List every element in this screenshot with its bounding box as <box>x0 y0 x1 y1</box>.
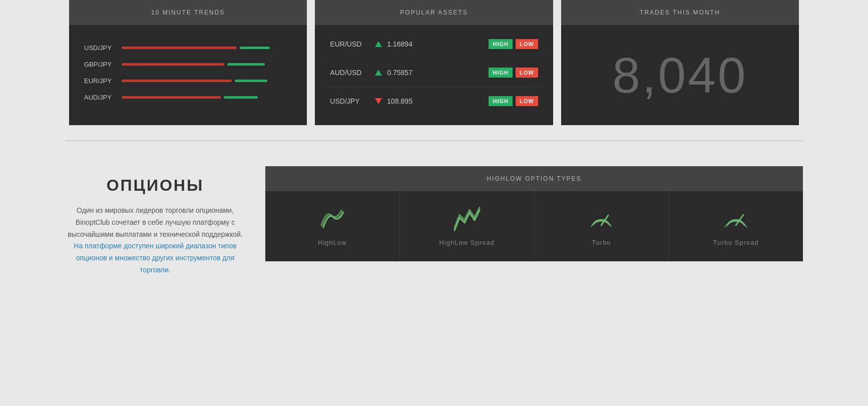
trend-bar-green <box>227 63 265 66</box>
options-title: ОПЦИОНЫ <box>65 176 245 195</box>
badge-high[interactable]: HIGH <box>489 68 513 78</box>
assets-title: POPULAR ASSETS <box>315 0 553 25</box>
trends-body: USD/JPY GBP/JPY EUR/JPY <box>69 25 307 125</box>
option-type-highlow[interactable]: HighLow <box>265 191 400 261</box>
trend-label: GBP/JPY <box>84 61 122 68</box>
options-description: Один из мировых лидеров торговли опциона… <box>65 205 245 276</box>
badge-high[interactable]: HIGH <box>489 39 513 49</box>
trades-panel: TRADES THIS MONTH 8,040 <box>561 0 799 125</box>
trades-title: TRADES THIS MONTH <box>561 0 799 25</box>
asset-name: EUR/USD <box>330 40 375 48</box>
asset-row-audusd: AUD/USD 0.75857 HIGH LOW <box>325 59 543 87</box>
asset-row-eurusd: EUR/USD 1.16894 HIGH LOW <box>325 30 543 59</box>
trend-bar-red <box>122 63 224 66</box>
trend-bars <box>122 47 292 49</box>
option-label-turbo: Turbo <box>592 239 611 246</box>
arrow-up-icon <box>375 41 382 47</box>
arrow-up-icon <box>375 70 382 76</box>
option-type-highlow-spread[interactable]: HighLow Spread <box>400 191 535 261</box>
trend-bars <box>122 63 292 66</box>
trend-bar-red <box>122 96 221 99</box>
turbo-spread-icon <box>721 206 751 231</box>
badge-low[interactable]: LOW <box>516 68 538 78</box>
asset-name: USD/JPY <box>330 97 375 105</box>
assets-body: EUR/USD 1.16894 HIGH LOW AUD/USD 0.75857… <box>315 25 553 125</box>
options-desc-part2: На платформе доступен широкий диапазон т… <box>74 242 236 274</box>
trend-row-audjpy: AUD/JPY <box>84 94 292 101</box>
option-type-turbo-spread[interactable]: Turbo Spread <box>669 191 803 261</box>
highlow-spread-icon <box>452 206 482 231</box>
arrow-down-icon <box>375 98 382 104</box>
option-label-turbo-spread: Turbo Spread <box>713 239 759 246</box>
trend-row-gbpjpy: GBP/JPY <box>84 61 292 68</box>
options-desc-part1: Один из мировых лидеров торговли опциона… <box>68 206 243 238</box>
trend-label: AUD/JPY <box>84 94 122 101</box>
option-label-highlow-spread: HighLow Spread <box>440 239 495 246</box>
highlow-title: HIGHLOW OPTION TYPES <box>265 166 803 191</box>
trends-panel: 10 MINUTE TRENDS USD/JPY GBP/JPY EUR/JPY <box>69 0 307 125</box>
option-label-highlow: HighLow <box>318 239 347 246</box>
trend-bar-green <box>224 96 258 99</box>
section-divider <box>65 140 803 141</box>
turbo-icon <box>586 206 616 231</box>
trades-body: 8,040 <box>561 25 799 125</box>
asset-price: 0.75857 <box>387 69 489 77</box>
highlow-panel: HIGHLOW OPTION TYPES HighLow <box>265 166 803 261</box>
badge-high[interactable]: HIGH <box>489 96 513 106</box>
asset-price: 108.895 <box>387 97 489 105</box>
highlow-icon <box>317 206 347 231</box>
trend-row-usdjpy: USD/JPY <box>84 44 292 52</box>
trend-bar-red <box>122 47 237 49</box>
assets-panel: POPULAR ASSETS EUR/USD 1.16894 HIGH LOW … <box>315 0 553 125</box>
bottom-section: ОПЦИОНЫ Один из мировых лидеров торговли… <box>0 156 868 286</box>
trend-bar-green <box>240 47 270 49</box>
asset-row-usdjpy: USD/JPY 108.895 HIGH LOW <box>325 87 543 115</box>
top-section: 10 MINUTE TRENDS USD/JPY GBP/JPY EUR/JPY <box>0 0 868 125</box>
highlow-options: HighLow HighLow Spread <box>265 191 803 261</box>
trend-bars <box>122 80 292 82</box>
badge-low[interactable]: LOW <box>516 96 538 106</box>
trend-label: EUR/JPY <box>84 77 122 85</box>
trend-row-eurjpy: EUR/JPY <box>84 77 292 85</box>
trend-bars <box>122 96 292 99</box>
option-type-turbo[interactable]: Turbo <box>535 191 669 261</box>
trend-bar-red <box>122 80 232 82</box>
trend-bar-green <box>235 80 267 82</box>
trades-number: 8,040 <box>612 47 747 104</box>
trend-label: USD/JPY <box>84 44 122 52</box>
options-text-block: ОПЦИОНЫ Один из мировых лидеров торговли… <box>65 166 265 276</box>
badge-low[interactable]: LOW <box>516 39 538 49</box>
trends-title: 10 MINUTE TRENDS <box>69 0 307 25</box>
asset-price: 1.16894 <box>387 40 489 48</box>
asset-name: AUD/USD <box>330 69 375 77</box>
